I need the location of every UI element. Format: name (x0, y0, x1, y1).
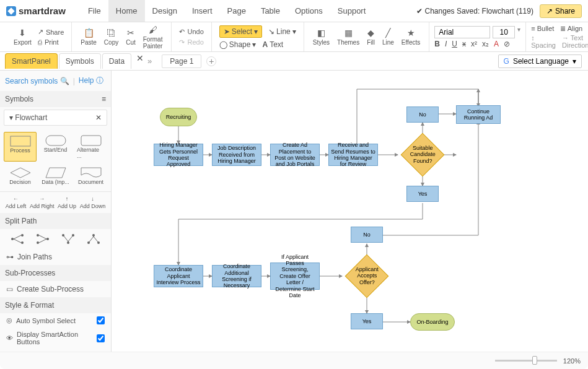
undo-button[interactable]: ↶Undo (177, 27, 206, 37)
info-icon: ⓘ (96, 76, 103, 85)
share-icon: ↗ (38, 28, 43, 36)
clear-format-button[interactable]: ⊘ (504, 40, 510, 48)
split-up-button[interactable] (61, 233, 76, 245)
ruler-collapse-icon[interactable]: » (144, 56, 156, 66)
flowchart-category[interactable]: ▾ Flowchart✕ (4, 110, 107, 126)
join-paths-button[interactable]: ⊶Join Paths (0, 249, 111, 265)
tab-smartpanel[interactable]: SmartPanel (5, 53, 58, 69)
page-tab[interactable]: Page 1 (162, 54, 201, 68)
add-down-button[interactable]: ↓Add Down (80, 196, 106, 209)
styles-button[interactable]: ◧Styles (309, 27, 333, 47)
language-select[interactable]: G Select Language▾ (498, 54, 582, 68)
bullet-button[interactable]: ≡ Bullet (531, 25, 554, 33)
tab-data[interactable]: Data (102, 53, 131, 69)
help-link[interactable]: Help ⓘ (79, 76, 103, 86)
menu-design[interactable]: Design (145, 0, 185, 22)
zoom-value: 120% (563, 357, 581, 365)
create-subprocess-button[interactable]: ▭Create Sub-Process (0, 281, 111, 297)
flowchart-node[interactable]: No (351, 227, 383, 243)
shape-process[interactable]: Process (4, 132, 37, 162)
flowchart-decision[interactable]: Suitable Candidate Found? (401, 133, 445, 177)
flowchart-node[interactable]: Coordinate Applicant Interview Process (154, 265, 203, 287)
zoom-slider[interactable] (495, 360, 557, 362)
split-down-button[interactable] (86, 233, 101, 245)
menu-home[interactable]: Home (108, 0, 145, 22)
print-button[interactable]: ⎙Print (35, 38, 66, 46)
menu-options[interactable]: Options (287, 0, 330, 22)
flowchart-node[interactable]: Yes (406, 186, 439, 202)
text-direction-button[interactable]: → Text Direction (562, 34, 588, 49)
copy-icon: ⿻ (107, 28, 116, 38)
canvas[interactable]: Recruiting Hiring Manager Gets Personnel… (112, 71, 588, 368)
menu-icon[interactable]: ≡ (102, 95, 106, 103)
font-size-select[interactable] (493, 26, 515, 38)
split-left-button[interactable] (35, 233, 50, 245)
italic-button[interactable]: I (445, 40, 447, 48)
add-left-button[interactable]: ←Add Left (6, 196, 27, 209)
spacing-button[interactable]: ↕ Spacing (531, 34, 556, 49)
share-small-button[interactable]: ↗Share (35, 27, 66, 37)
subprocess-header: Sub-Processes (0, 265, 111, 281)
flowchart-node[interactable]: Hiring Manager Gets Personnel Request Ap… (154, 144, 203, 166)
shape-tool[interactable]: ◯Shape▾ (219, 40, 257, 49)
menu-insert[interactable]: Insert (185, 0, 220, 22)
strike-button[interactable]: x (462, 40, 466, 48)
add-page-button[interactable]: + (206, 56, 216, 66)
menu-page[interactable]: Page (220, 0, 253, 22)
flowchart-node[interactable]: Coordinate Additional Screening if Neces… (212, 265, 261, 287)
cursor-icon: ➤ (224, 27, 230, 36)
close-icon[interactable]: ✕ (95, 113, 102, 122)
flowchart-node[interactable]: Create Ad Placement to Post on Website a… (270, 144, 320, 166)
flowchart-node[interactable]: Yes (351, 313, 383, 329)
fill-button[interactable]: ◆Fill (363, 27, 379, 47)
redo-icon: ↷ (179, 38, 185, 46)
themes-button[interactable]: ▦Themes (333, 27, 363, 47)
split-right-button[interactable] (10, 233, 25, 245)
flowchart-node[interactable]: Continue Running Ad (456, 105, 501, 124)
auto-symbol-select-toggle[interactable]: ◎Auto Symbol Select (0, 313, 111, 328)
share-button[interactable]: ↗ Share (540, 4, 582, 18)
format-painter-button[interactable]: 🖌Format Painter (139, 24, 167, 51)
search-symbols-link[interactable]: Search symbols 🔍 (5, 77, 69, 85)
export-button[interactable]: ⬇Export (10, 27, 35, 47)
shape-alternate[interactable]: Alternate ... (74, 132, 107, 162)
redo-button[interactable]: ↷Redo (177, 38, 206, 47)
close-panel-icon[interactable]: ✕ (136, 53, 144, 69)
bold-button[interactable]: B (434, 40, 440, 48)
add-up-button[interactable]: ↑Add Up (58, 196, 76, 209)
shape-startend[interactable]: Start/End (39, 132, 72, 162)
shape-document[interactable]: Document (74, 164, 107, 188)
font-color-button[interactable]: A (494, 40, 499, 48)
flowchart-node[interactable]: Receive and Send Resumes to Hiring Manag… (328, 144, 378, 166)
line-style-button[interactable]: ╱Line (379, 27, 398, 47)
subscript-button[interactable]: x₂ (482, 40, 489, 48)
align-button[interactable]: ≣ Align (560, 25, 582, 33)
menu-file[interactable]: File (81, 0, 108, 22)
shape-data[interactable]: Data (Inp... (39, 164, 72, 188)
underline-button[interactable]: U (452, 40, 457, 48)
flowchart-node[interactable]: On-Boarding (410, 313, 455, 331)
add-right-button[interactable]: →Add Right (30, 196, 55, 209)
line-tool[interactable]: ↘Line▾ (268, 27, 296, 36)
menu-table[interactable]: Table (253, 0, 287, 22)
menu-support[interactable]: Support (330, 0, 374, 22)
paste-button[interactable]: 📋Paste (77, 27, 100, 47)
text-tool[interactable]: AText (262, 40, 283, 49)
display-smartaction-toggle[interactable]: 👁Display SmartAction Buttons (0, 328, 111, 349)
sidebar: Search symbols 🔍 | Help ⓘ Symbols≡ ▾ Flo… (0, 71, 112, 368)
svg-point-19 (72, 234, 74, 237)
effects-button[interactable]: ★Effects (398, 27, 424, 47)
flowchart-node[interactable]: If Applicant Passes Screening, Create Of… (270, 263, 320, 290)
tab-symbols[interactable]: Symbols (59, 53, 101, 69)
app-logo[interactable]: smartdraw (6, 6, 66, 16)
flowchart-node[interactable]: Recruiting (160, 108, 197, 126)
flowchart-decision[interactable]: Applicant Accepts Offer? (345, 254, 389, 298)
shape-decision[interactable]: Decision (4, 164, 37, 188)
flowchart-node[interactable]: No (406, 106, 439, 123)
flowchart-node[interactable]: Job Description Received from Hiring Man… (212, 144, 261, 166)
cut-button[interactable]: ✂Cut (122, 27, 139, 47)
superscript-button[interactable]: x² (471, 40, 477, 48)
copy-button[interactable]: ⿻Copy (100, 27, 122, 47)
select-tool[interactable]: ➤Select▾ (219, 25, 262, 38)
font-select[interactable] (434, 26, 490, 38)
